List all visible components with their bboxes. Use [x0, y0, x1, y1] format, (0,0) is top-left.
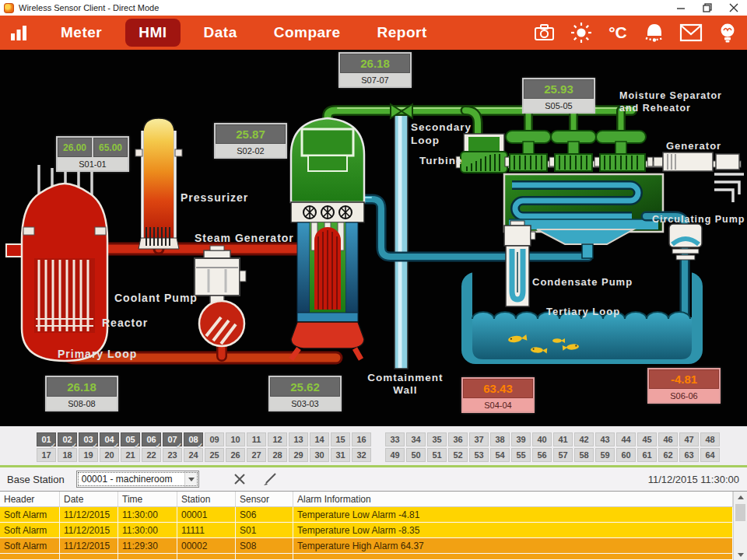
- alarm-row-2[interactable]: Soft Alarm11/12/201511:30:0011111S01Temp…: [0, 523, 733, 538]
- lamp-icon[interactable]: [716, 21, 739, 44]
- channel-cell-21[interactable]: 21: [121, 448, 140, 462]
- channel-cell-38[interactable]: 38: [490, 432, 510, 446]
- close-button[interactable]: [721, 0, 747, 16]
- brightness-icon[interactable]: [570, 21, 593, 44]
- camera-icon[interactable]: [533, 21, 556, 44]
- channel-cell-46[interactable]: 46: [658, 432, 678, 446]
- alarm-bell-icon[interactable]: [643, 21, 666, 44]
- channel-cell-36[interactable]: 36: [448, 432, 468, 446]
- channel-cell-26[interactable]: 26: [226, 448, 245, 462]
- channel-cell-44[interactable]: 44: [616, 432, 636, 446]
- scroll-up-arrow[interactable]: [734, 492, 747, 502]
- channel-cell-33[interactable]: 33: [385, 432, 405, 446]
- tab-hmi[interactable]: HMI: [125, 19, 180, 47]
- sensor-box-s04-04-alarm[interactable]: 63.43 S04-04: [461, 377, 535, 413]
- channel-cell-62[interactable]: 62: [658, 448, 678, 462]
- channel-cell-53[interactable]: 53: [469, 448, 489, 462]
- channel-cell-09[interactable]: 09: [205, 432, 224, 446]
- channel-cell-55[interactable]: 55: [511, 448, 531, 462]
- sensor-box-s02-02[interactable]: 25.87 S02-02: [214, 123, 287, 159]
- channel-cell-19[interactable]: 19: [79, 448, 98, 462]
- tab-compare[interactable]: Compare: [261, 19, 354, 47]
- tab-data[interactable]: Data: [191, 19, 251, 47]
- base-station-dropdown[interactable]: 00001 - machineroom: [76, 471, 199, 488]
- channel-cell-25[interactable]: 25: [205, 448, 224, 462]
- mail-icon[interactable]: [679, 21, 703, 44]
- channel-cell-52[interactable]: 52: [448, 448, 468, 462]
- channel-cell-37[interactable]: 37: [469, 432, 489, 446]
- channel-cell-29[interactable]: 29: [289, 448, 308, 462]
- sensor-box-s07-07[interactable]: 26.18 S07-07: [338, 52, 412, 88]
- channel-cell-08[interactable]: 08✓: [184, 432, 203, 446]
- col-date[interactable]: Date: [60, 492, 118, 507]
- channel-cell-60[interactable]: 60: [616, 448, 636, 462]
- channel-cell-23[interactable]: 23: [163, 448, 182, 462]
- channel-cell-18[interactable]: 18: [58, 448, 77, 462]
- sensor-box-s08-08[interactable]: 26.18 S08-08: [45, 376, 118, 411]
- col-header[interactable]: Header: [0, 492, 60, 507]
- channel-cell-59[interactable]: 59: [595, 448, 615, 462]
- channel-cell-24[interactable]: 24: [184, 448, 203, 462]
- alarm-row-3[interactable]: Soft Alarm11/12/201511:29:3000002S08Temp…: [0, 538, 733, 554]
- edit-pencil-button[interactable]: [260, 470, 280, 488]
- sensor-box-s06-06-alarm[interactable]: -4.81 S06-06: [647, 368, 721, 404]
- channel-cell-57[interactable]: 57: [553, 448, 573, 462]
- channel-cell-31[interactable]: 31: [331, 448, 350, 462]
- channel-cell-06[interactable]: 06✓: [142, 432, 161, 446]
- channel-cell-41[interactable]: 41: [553, 432, 573, 446]
- channel-cell-10[interactable]: 10: [226, 432, 245, 446]
- channel-cell-49[interactable]: 49: [385, 448, 405, 462]
- channel-cell-13[interactable]: 13: [289, 432, 308, 446]
- channel-cell-58[interactable]: 58: [574, 448, 594, 462]
- alarm-row-4[interactable]: [0, 554, 733, 560]
- restore-button[interactable]: [694, 0, 721, 16]
- channel-cell-39[interactable]: 39: [511, 432, 531, 446]
- channel-cell-50[interactable]: 50: [406, 448, 426, 462]
- channel-cell-48[interactable]: 48: [700, 432, 720, 446]
- channel-cell-32[interactable]: 32: [352, 448, 371, 462]
- sensor-box-s03-03[interactable]: 25.62 S03-03: [268, 376, 342, 411]
- channel-cell-56[interactable]: 56: [532, 448, 552, 462]
- channel-cell-30[interactable]: 30: [310, 448, 329, 462]
- channel-cell-40[interactable]: 40: [532, 432, 552, 446]
- channel-cell-07[interactable]: 07✓: [163, 432, 182, 446]
- tab-meter[interactable]: Meter: [47, 19, 115, 47]
- channel-cell-22[interactable]: 22: [142, 448, 161, 462]
- scrollbar-thumb[interactable]: [735, 504, 745, 521]
- channel-cell-35[interactable]: 35: [427, 432, 447, 446]
- channel-cell-16[interactable]: 16: [352, 432, 371, 446]
- channel-cell-28[interactable]: 28: [268, 448, 287, 462]
- celsius-icon[interactable]: °C: [606, 21, 630, 44]
- channel-cell-03[interactable]: 03✓: [79, 432, 98, 446]
- channel-cell-15[interactable]: 15: [331, 432, 350, 446]
- col-time[interactable]: Time: [118, 492, 177, 507]
- bar-chart-icon[interactable]: [10, 23, 29, 42]
- channel-cell-61[interactable]: 61: [637, 448, 657, 462]
- channel-cell-63[interactable]: 63: [679, 448, 699, 462]
- sensor-box-s05-05[interactable]: 25.93 S05-05: [522, 78, 595, 114]
- scroll-down-arrow[interactable]: [734, 549, 747, 560]
- alarm-row-1[interactable]: Soft Alarm11/12/201511:30:0000001S06Temp…: [0, 507, 733, 523]
- col-sensor[interactable]: Sensor: [236, 492, 293, 507]
- channel-cell-14[interactable]: 14: [310, 432, 329, 446]
- dropdown-chevron[interactable]: [184, 471, 198, 487]
- channel-cell-02[interactable]: 02✓: [58, 432, 77, 446]
- channel-cell-51[interactable]: 51: [427, 448, 447, 462]
- minimize-button[interactable]: [668, 0, 694, 16]
- channel-cell-64[interactable]: 64: [700, 448, 720, 462]
- channel-cell-27[interactable]: 27: [247, 448, 266, 462]
- clear-button[interactable]: [230, 470, 249, 488]
- channel-cell-54[interactable]: 54: [490, 448, 510, 462]
- col-station[interactable]: Station: [177, 492, 236, 507]
- sensor-box-s01-01[interactable]: 26.00 65.00 S01-01: [56, 136, 129, 172]
- table-scrollbar[interactable]: [733, 492, 747, 560]
- channel-cell-45[interactable]: 45: [637, 432, 657, 446]
- channel-cell-11[interactable]: 11: [247, 432, 266, 446]
- channel-cell-47[interactable]: 47: [679, 432, 699, 446]
- channel-cell-34[interactable]: 34: [406, 432, 426, 446]
- channel-cell-04[interactable]: 04✓: [100, 432, 119, 446]
- channel-cell-43[interactable]: 43: [595, 432, 615, 446]
- channel-cell-42[interactable]: 42: [574, 432, 594, 446]
- channel-cell-20[interactable]: 20: [100, 448, 119, 462]
- channel-cell-05[interactable]: 05✓: [121, 432, 140, 446]
